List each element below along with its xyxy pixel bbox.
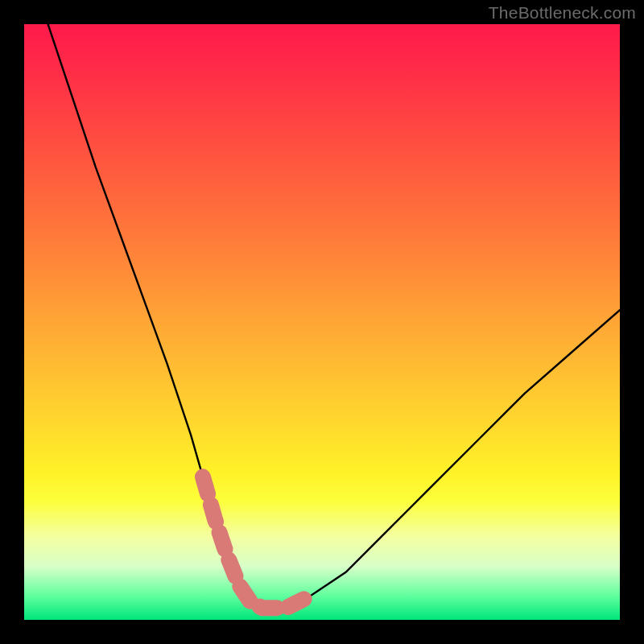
watermark-label: TheBottleneck.com [489, 3, 636, 23]
optimal-range-marker-line [203, 477, 310, 608]
bottleneck-curve-line [48, 24, 620, 608]
plot-area [24, 24, 620, 620]
chart-svg [24, 24, 620, 620]
chart-canvas: TheBottleneck.com [0, 0, 644, 644]
